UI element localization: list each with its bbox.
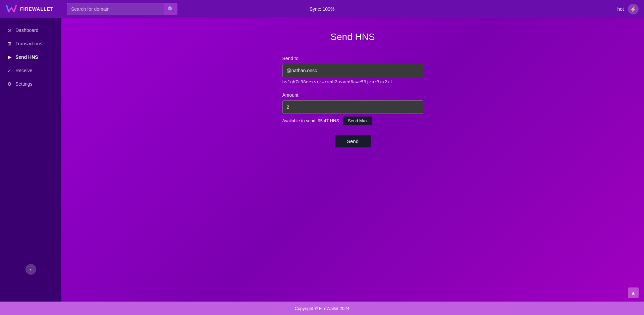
- scroll-up-button[interactable]: ▲: [628, 287, 639, 298]
- send-hns-icon: ▶: [7, 54, 12, 60]
- sidebar: ⊙ Dashboard ⊞ Transactions ▶ Send HNS ✓ …: [0, 18, 61, 302]
- sidebar-item-receive[interactable]: ✓ Receive: [0, 64, 61, 77]
- sidebar-item-dashboard[interactable]: ⊙ Dashboard: [0, 24, 61, 37]
- available-text: Available to send: 95.47 HNS: [282, 118, 339, 123]
- sidebar-item-label: Settings: [15, 81, 33, 87]
- app-name: FIREWALLET: [20, 6, 53, 12]
- sidebar-collapse-button[interactable]: ‹: [25, 264, 36, 275]
- available-row: Available to send: 95.47 HNS Send Max: [282, 117, 423, 125]
- hot-label: hot: [618, 6, 624, 12]
- footer: Copyright © FireWallet 2024: [0, 302, 644, 315]
- sidebar-item-label: Receive: [15, 68, 33, 73]
- header-right: hot ⚡: [618, 4, 639, 14]
- amount-group: Amount Available to send: 95.47 HNS Send…: [282, 92, 423, 125]
- footer-copyright: Copyright © FireWallet 2024: [295, 306, 350, 311]
- main-content: Send HNS Send to hs1qh7c98nexsrzwrmnh2av…: [61, 18, 644, 302]
- transactions-icon: ⊞: [7, 41, 12, 46]
- amount-label: Amount: [282, 92, 423, 98]
- avatar-button[interactable]: ⚡: [628, 4, 639, 14]
- sidebar-item-settings[interactable]: ⚙ Settings: [0, 77, 61, 91]
- sidebar-item-transactions[interactable]: ⊞ Transactions: [0, 37, 61, 50]
- receive-icon: ✓: [7, 68, 12, 73]
- send-to-label: Send to: [282, 56, 423, 61]
- logo-area: FIREWALLET: [5, 3, 67, 15]
- search-button[interactable]: 🔍: [164, 3, 177, 15]
- page-title: Send HNS: [330, 32, 375, 42]
- avatar-icon: ⚡: [630, 6, 637, 12]
- resolved-address: hs1qh7c98nexsrzwrmnh2avved6awe59jzpr3xx2…: [282, 79, 423, 84]
- firewallet-logo: [5, 3, 17, 15]
- header: FIREWALLET 🔍 Sync: 100% hot ⚡: [0, 0, 644, 18]
- send-button[interactable]: Send: [335, 135, 371, 147]
- sidebar-item-send-hns[interactable]: ▶ Send HNS: [0, 50, 61, 64]
- send-max-button[interactable]: Send Max: [343, 117, 372, 125]
- settings-icon: ⚙: [7, 81, 12, 87]
- sync-status: Sync: 100%: [310, 6, 335, 12]
- sidebar-item-label: Dashboard: [15, 28, 39, 33]
- sidebar-item-label: Transactions: [15, 41, 42, 46]
- chevron-left-icon: ‹: [30, 267, 32, 272]
- send-to-group: Send to hs1qh7c98nexsrzwrmnh2avved6awe59…: [282, 56, 423, 84]
- chevron-up-icon: ▲: [631, 290, 636, 296]
- send-form: Send to hs1qh7c98nexsrzwrmnh2avved6awe59…: [282, 56, 423, 147]
- send-to-input[interactable]: [282, 64, 423, 77]
- search-input[interactable]: [67, 3, 164, 15]
- amount-input[interactable]: [282, 100, 423, 114]
- main-layout: ⊙ Dashboard ⊞ Transactions ▶ Send HNS ✓ …: [0, 18, 644, 302]
- sidebar-item-label: Send HNS: [15, 54, 38, 60]
- dashboard-icon: ⊙: [7, 28, 12, 33]
- search-icon: 🔍: [167, 6, 174, 12]
- search-area: 🔍: [67, 3, 177, 15]
